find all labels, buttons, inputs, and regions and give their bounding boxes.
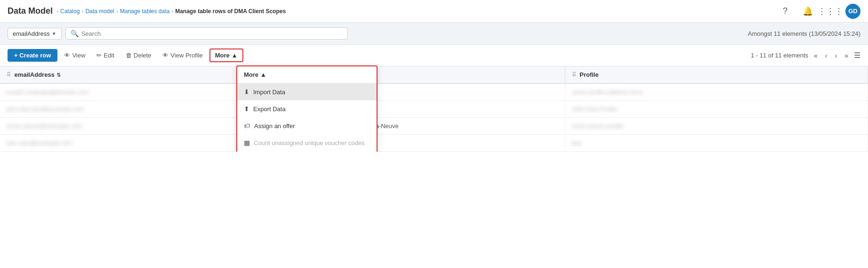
dropdown-header[interactable]: More ▲ [237,66,377,83]
apps-button[interactable]: ⋮⋮⋮ [823,4,838,19]
search-input[interactable] [81,30,343,37]
filter-arrow-icon: ▼ [52,31,56,36]
view-profile-button[interactable]: 👁 View Profile [158,49,207,62]
export-data-icon: ⬆ [244,105,249,113]
breadcrumb: › Catalog › Data model › Manage tables d… [56,8,286,15]
table-body: email1.example@domain.com some.profile.a… [0,83,868,152]
filter-pill-label: emailAddress [13,30,50,37]
table-row: email1.example@domain.com some.profile.a… [0,83,868,101]
toolbar-right: 1 - 11 of 11 elements « ‹ › » ☰ [751,51,860,60]
filter-pill[interactable]: emailAddress ▼ [8,28,62,40]
more-label: More [215,52,230,59]
view-profile-icon: 👁 [162,52,169,59]
import-vouchers-item: ⬇ Import unique voucher codes [237,151,377,152]
breadcrumb-catalog[interactable]: Catalog [60,8,80,15]
cell-profile: some.profile.address.here [565,83,868,101]
more-dropdown: More ▲ ⬇ Import Data ⬆ Export Data 🏷 Ass… [236,65,378,152]
filter-bar: emailAddress ▼ 🔍 Amongst 11 elements (13… [0,23,868,45]
sort-icon: ⇅ [56,72,61,78]
assign-offer-label: Assign an offer [254,122,295,130]
last-page-button[interactable]: » [843,51,850,60]
first-page-button[interactable]: « [812,51,820,60]
edit-icon: ✏ [96,52,102,59]
more-button[interactable]: More ▲ [209,49,243,62]
topbar: Data Model › Catalog › Data model › Mana… [0,0,868,23]
table-header: ⠿ emailAddress ⇅ ⠿ Profile [0,66,868,83]
drag-handle-icon: ⠿ [7,72,11,78]
elements-info: Amongst 11 elements (13/05/2024 15:24) [748,30,860,37]
profile-drag-handle-icon: ⠿ [572,72,576,78]
app-title: Data Model [8,6,53,16]
prev-page-button[interactable]: ‹ [823,51,829,60]
search-input-wrap: 🔍 [65,27,348,40]
view-profile-label: View Profile [170,52,202,59]
col-profile[interactable]: ⠿ Profile [565,66,868,83]
view-icon: 👁 [64,52,70,59]
export-data-label: Export Data [253,106,286,113]
search-icon: 🔍 [71,30,79,37]
create-row-button[interactable]: + Create row [8,49,57,62]
dropdown-header-label: More [244,71,258,78]
list-view-button[interactable]: ☰ [854,51,860,60]
cell-profile: test [565,135,868,152]
next-page-button[interactable]: › [833,51,839,60]
help-button[interactable]: ? [778,4,793,19]
breadcrumb-current: Manage table rows of DMA Client Scopes [175,8,286,15]
delete-button[interactable]: 🗑 Delete [121,49,156,62]
table-wrap: ⠿ emailAddress ⇅ ⠿ Profile email1.exampl… [0,66,868,152]
table-row: lorem.ipsum@example.com Louvain-la-Neuve… [0,118,868,135]
assign-offer-icon: 🏷 [244,122,250,130]
more-chevron-up-icon: ▲ [232,52,238,59]
edit-label: Edit [104,52,114,59]
import-data-label: Import Data [253,89,285,96]
pagination-info: 1 - 11 of 11 elements [751,52,808,59]
count-vouchers-item: ▦ Count unassigned unique voucher codes [237,134,377,151]
view-label: View [72,52,85,59]
cell-profile: lorem.ipsum.profile [565,118,868,135]
dropdown-chevron-up-icon: ▲ [260,71,266,78]
data-table: ⠿ emailAddress ⇅ ⠿ Profile email1.exampl… [0,66,868,152]
avatar[interactable]: GD [845,4,860,19]
table-row: john.doe.test@example.com John Doe Profi… [0,101,868,118]
count-vouchers-icon: ▦ [244,139,250,146]
import-data-item[interactable]: ⬇ Import Data [237,83,377,100]
breadcrumb-sep: › [56,8,58,15]
view-button[interactable]: 👁 View [59,49,90,62]
cell-profile: John Doe Profile [565,101,868,118]
create-row-label: + Create row [14,52,51,59]
export-data-item[interactable]: ⬆ Export Data [237,100,377,117]
delete-label: Delete [134,52,152,59]
assign-offer-item[interactable]: 🏷 Assign an offer [237,117,377,134]
notifications-button[interactable]: 🔔 [800,4,815,19]
import-data-icon: ⬇ [244,88,249,96]
topbar-right: ? 🔔 ⋮⋮⋮ GD [778,4,860,19]
count-vouchers-label: Count unassigned unique voucher codes [254,139,365,146]
delete-icon: 🗑 [126,52,132,59]
table-row: test.user@example.com test test [0,135,868,152]
breadcrumb-manage-tables[interactable]: Manage tables data [120,8,169,15]
toolbar: + Create row 👁 View ✏ Edit 🗑 Delete 👁 Vi… [0,45,868,66]
breadcrumb-data-model[interactable]: Data model [85,8,114,15]
edit-button[interactable]: ✏ Edit [92,49,119,62]
